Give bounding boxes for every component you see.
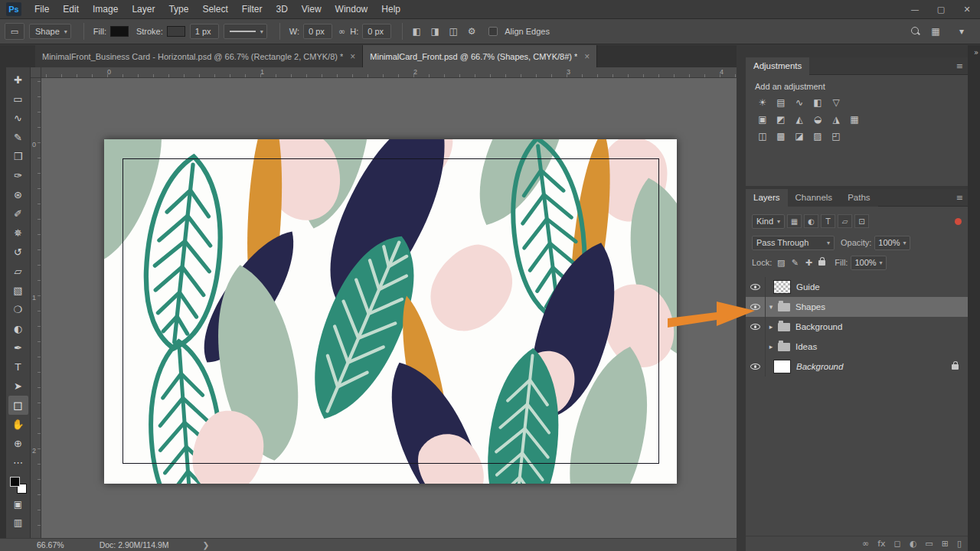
tab-close-icon[interactable]: ×: [584, 51, 590, 62]
align-edges-checkbox[interactable]: [488, 27, 498, 36]
menu-item-layer[interactable]: Layer: [125, 0, 162, 19]
adjustment-icon[interactable]: ◒: [808, 112, 827, 126]
lasso-tool[interactable]: ∿: [8, 109, 28, 128]
menu-item-select[interactable]: Select: [195, 0, 234, 19]
visibility-eye-toggle[interactable]: [746, 277, 766, 297]
new-layer-icon[interactable]: ⊞: [942, 540, 949, 548]
shape-settings-gear-icon[interactable]: ⚙: [464, 26, 479, 37]
kind-filter-select[interactable]: Kind▾: [752, 214, 785, 229]
stroke-width-input[interactable]: 1 px: [190, 24, 219, 39]
document-tab-2[interactable]: MinimalCard_Front.psd @ 66.7% (Shapes, C…: [363, 45, 597, 67]
ruler-origin-corner[interactable]: [31, 67, 41, 78]
adjustment-icon[interactable]: ▦: [845, 112, 864, 126]
adjustment-icon[interactable]: ▨: [808, 129, 827, 143]
zoom-level[interactable]: 66.67%: [37, 540, 64, 549]
tab-close-icon[interactable]: ×: [350, 51, 355, 62]
layer-thumbnail[interactable]: [773, 280, 791, 294]
type-tool[interactable]: T: [8, 357, 28, 377]
adjustment-icon[interactable]: ☀: [753, 96, 772, 109]
adjustment-icon[interactable]: ◭: [790, 112, 808, 126]
foreground-color-swatch[interactable]: [10, 477, 20, 487]
height-input[interactable]: 0 px: [362, 24, 391, 39]
group-expand-caret-icon[interactable]: ▸: [766, 323, 776, 331]
new-group-icon[interactable]: ▭: [925, 540, 933, 548]
lock-transparency-icon[interactable]: ▨: [775, 258, 787, 268]
adjustment-icon[interactable]: ◮: [827, 112, 845, 126]
menu-item-file[interactable]: File: [28, 0, 56, 19]
menu-item-window[interactable]: Window: [328, 0, 375, 19]
tab-channels[interactable]: Channels: [788, 189, 841, 207]
filter-toggle-icon[interactable]: [955, 218, 962, 225]
layer-row-guide[interactable]: Guide: [746, 277, 968, 297]
rectangular-marquee-tool[interactable]: ▭: [8, 90, 28, 109]
path-arrangement-icon[interactable]: ◫: [446, 26, 461, 37]
width-input[interactable]: 0 px: [303, 24, 332, 39]
collapse-panels-icon[interactable]: »: [974, 48, 978, 57]
workspace-icon[interactable]: ▦: [928, 26, 943, 37]
filter-pixel-layers-icon[interactable]: ▦: [787, 214, 802, 228]
tool-mode-select[interactable]: Shape▾: [29, 24, 71, 39]
crop-tool[interactable]: ❒: [8, 147, 28, 166]
history-brush-tool[interactable]: ↺: [8, 243, 28, 262]
lock-position-icon[interactable]: ✚: [802, 258, 815, 268]
horizontal-ruler[interactable]: 01234: [41, 67, 737, 78]
delete-layer-icon[interactable]: ▯: [957, 540, 962, 548]
panel-menu-icon[interactable]: ≡: [956, 193, 963, 203]
layer-row-ideas[interactable]: ▸Ideas: [746, 337, 968, 357]
quick-selection-tool[interactable]: ✎: [8, 128, 28, 147]
path-selection-tool[interactable]: ➤: [8, 377, 28, 396]
brush-tool[interactable]: ✐: [8, 204, 28, 223]
tab-layers[interactable]: Layers: [746, 189, 788, 207]
filter-shape-layers-icon[interactable]: ▱: [838, 214, 852, 228]
close-button[interactable]: ✕: [954, 0, 980, 19]
vertical-ruler[interactable]: 012: [31, 78, 41, 538]
lock-all-icon[interactable]: [818, 260, 825, 266]
adjustment-icon[interactable]: ◰: [827, 129, 845, 143]
eraser-tool[interactable]: ▱: [8, 262, 28, 281]
tab-paths[interactable]: Paths: [840, 189, 877, 207]
menu-item-type[interactable]: Type: [162, 0, 195, 19]
menu-item-edit[interactable]: Edit: [56, 0, 86, 19]
path-operations-icon[interactable]: ◧: [409, 26, 424, 37]
hand-tool[interactable]: ✋: [8, 415, 28, 434]
opacity-select[interactable]: 100%▾: [874, 236, 910, 250]
canvas-viewport[interactable]: 01234 012: [31, 67, 737, 538]
maximize-button[interactable]: ▢: [928, 0, 954, 19]
screen-mode-icon[interactable]: ▥: [14, 515, 22, 530]
menu-item-filter[interactable]: Filter: [235, 0, 270, 19]
search-icon[interactable]: [911, 27, 920, 36]
layer-row-shapes[interactable]: ▾Shapes: [746, 297, 968, 317]
panel-chevron-icon[interactable]: ▾: [954, 26, 969, 37]
adjustment-icon[interactable]: ∿: [790, 96, 808, 109]
document-tab-1[interactable]: MinimalFront_Business Card - Horizontal.…: [35, 45, 363, 67]
dodge-tool[interactable]: ◐: [8, 319, 28, 338]
panel-menu-icon[interactable]: ≡: [956, 61, 963, 71]
visibility-eye-toggle[interactable]: [746, 297, 766, 317]
move-tool[interactable]: ✚: [8, 70, 28, 90]
visibility-eye-toggle[interactable]: [746, 317, 766, 337]
adjustment-icon[interactable]: ▩: [772, 129, 790, 143]
group-expand-caret-icon[interactable]: ▸: [766, 343, 776, 350]
adjustment-icon[interactable]: ◩: [772, 112, 790, 126]
blur-tool[interactable]: ❍: [8, 300, 28, 319]
adjustment-icon[interactable]: ◪: [790, 129, 808, 143]
tool-preset-icon[interactable]: ▭: [5, 23, 24, 40]
blend-mode-select[interactable]: Pass Through▾: [752, 236, 835, 250]
stroke-color-swatch[interactable]: [167, 26, 185, 37]
rectangle-tool[interactable]: □: [8, 396, 28, 415]
filter-adjustment-layers-icon[interactable]: ◐: [804, 214, 818, 228]
menu-item-image[interactable]: Image: [86, 0, 125, 19]
link-dimensions-icon[interactable]: ∞: [338, 27, 345, 37]
eyedropper-tool[interactable]: ✑: [8, 166, 28, 185]
visibility-eye-toggle[interactable]: [746, 357, 766, 377]
zoom-tool[interactable]: ⊕: [8, 434, 28, 453]
stroke-style-select[interactable]: ▾: [224, 24, 267, 39]
status-chevron-icon[interactable]: ❯: [202, 540, 209, 549]
menu-item-3d[interactable]: 3D: [269, 0, 294, 19]
document-canvas[interactable]: [104, 139, 677, 484]
adjustment-icon[interactable]: ▽: [827, 96, 845, 109]
menu-item-view[interactable]: View: [295, 0, 328, 19]
layer-row-background[interactable]: Background: [746, 357, 968, 377]
fill-opacity-select[interactable]: 100%▾: [851, 256, 886, 270]
adjustment-icon[interactable]: ◫: [753, 129, 772, 143]
